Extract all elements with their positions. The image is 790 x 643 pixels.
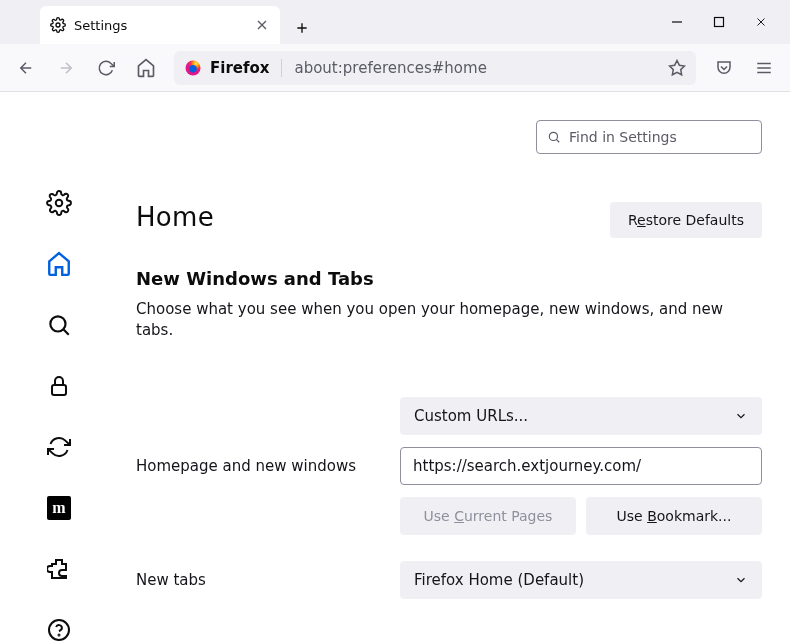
homepage-url-row: Homepage and new windows [136,447,762,485]
category-search[interactable] [44,312,74,339]
toolbar-home-button[interactable] [128,50,164,86]
firefox-icon [184,59,202,77]
preferences-main: Find in Settings Home Restore Defaults N… [118,92,790,643]
section-new-windows-title: New Windows and Tabs [136,268,762,289]
select-value: Custom URLs... [414,407,528,425]
category-privacy[interactable] [44,373,74,400]
svg-point-4 [56,200,63,207]
homepage-url-input[interactable] [400,447,762,485]
homepage-label: Homepage and new windows [136,457,400,475]
svg-point-3 [189,65,197,73]
url-address: about:preferences#home [294,59,660,77]
section-new-windows-desc: Choose what you see when you open your h… [136,299,762,341]
chevron-down-icon [734,409,748,423]
close-icon[interactable] [254,17,270,33]
homepage-button-row: Use Current Pages Use Bookmark... [400,497,762,535]
homepage-select-row: Custom URLs... [136,397,762,435]
window-maximize-button[interactable] [712,15,726,29]
category-help[interactable] [44,616,74,643]
svg-point-0 [56,23,60,27]
save-to-pocket-button[interactable] [706,50,742,86]
separator [281,59,282,77]
use-bookmark-button[interactable]: Use Bookmark... [586,497,762,535]
select-value: Firefox Home (Default) [414,571,584,589]
svg-point-5 [50,317,65,332]
homepage-mode-select[interactable]: Custom URLs... [400,397,762,435]
category-home[interactable] [44,251,74,278]
category-more-from-mozilla[interactable]: m [44,494,74,521]
category-sync[interactable] [44,434,74,461]
category-extensions[interactable] [44,555,74,582]
svg-point-9 [549,132,557,140]
new-tab-button[interactable] [286,12,318,44]
new-tabs-label: New tabs [136,571,400,589]
find-placeholder: Find in Settings [569,129,677,145]
svg-rect-6 [52,385,66,395]
gear-icon [50,17,66,33]
tab-strip: Settings [0,0,790,44]
new-tabs-row: New tabs Firefox Home (Default) [136,561,762,599]
url-scheme: Firefox [210,59,269,77]
bookmark-star-icon[interactable] [668,59,686,77]
forward-button [48,50,84,86]
restore-defaults-button[interactable]: Restore Defaults [610,202,762,238]
preferences-content: m Find in Settings Home Restore Defaults… [0,92,790,643]
new-tabs-select[interactable]: Firefox Home (Default) [400,561,762,599]
svg-rect-1 [715,18,724,27]
back-button[interactable] [8,50,44,86]
window-minimize-button[interactable] [670,15,684,29]
category-general[interactable] [44,190,74,217]
chevron-down-icon [734,573,748,587]
url-bar[interactable]: Firefox about:preferences#home [174,51,696,85]
svg-point-8 [59,634,60,635]
window-close-button[interactable] [754,15,768,29]
app-menu-button[interactable] [746,50,782,86]
reload-button[interactable] [88,50,124,86]
tab-title: Settings [74,18,127,33]
navigation-toolbar: Firefox about:preferences#home [0,44,790,92]
find-in-settings-input[interactable]: Find in Settings [536,120,762,154]
search-icon [547,130,561,144]
category-sidebar: m [0,92,118,643]
tab-settings[interactable]: Settings [40,6,280,44]
use-current-pages-button: Use Current Pages [400,497,576,535]
